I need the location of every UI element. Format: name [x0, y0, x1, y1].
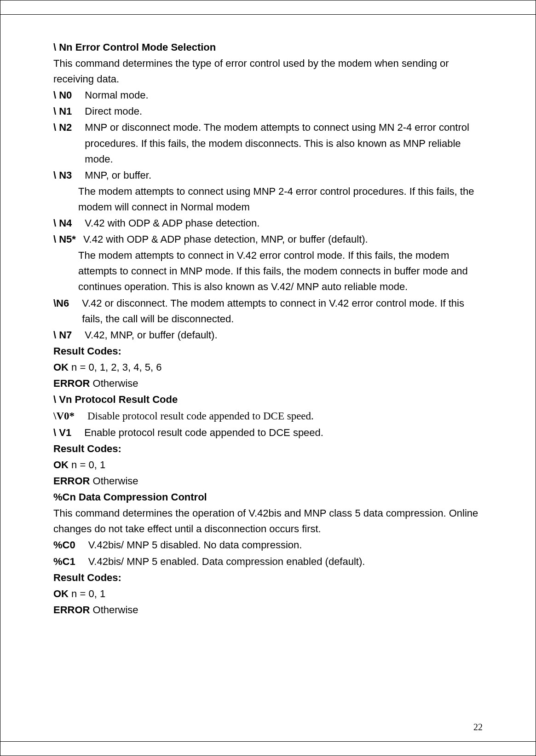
n1-item: \ N1 Direct mode. — [53, 104, 483, 119]
section2-error: ERROR Otherwise — [53, 473, 483, 489]
section1-ok: OK n = 0, 1, 2, 3, 4, 5, 6 — [53, 360, 483, 375]
content-area: \ Nn Error Control Mode Selection This c… — [53, 40, 483, 618]
section3-result-heading: Result Codes: — [53, 570, 483, 586]
section1-ok-text: n = 0, 1, 2, 3, 4, 5, 6 — [69, 361, 161, 373]
section3-error-text: Otherwise — [90, 604, 138, 616]
section2-result-heading: Result Codes: — [53, 441, 483, 457]
n7-item: \ N7 V.42, MNP, or buffer (default). — [53, 327, 483, 343]
bottom-rule — [0, 741, 536, 742]
v0-item: \V0* Disable protocol result code append… — [53, 408, 483, 425]
c1-text: V.42bis/ MNP 5 enabled. Data compression… — [88, 554, 483, 570]
v1-label: \ V1 — [53, 425, 71, 441]
n4-label: \ N4 — [53, 215, 72, 231]
n7-text: V.42, MNP, or buffer (default). — [85, 327, 483, 343]
n5-label: \ N5* — [53, 232, 76, 247]
v0-text: Disable protocol result code appended to… — [87, 408, 483, 425]
section1-error: ERROR Otherwise — [53, 376, 483, 391]
c1-item: %C1 V.42bis/ MNP 5 enabled. Data compres… — [53, 554, 483, 570]
n5-text: V.42 with ODP & ADP phase detection, MNP… — [83, 232, 483, 247]
section3-title: %Cn Data Compression Control — [53, 489, 483, 505]
n0-item: \ N0 Normal mode. — [53, 87, 483, 103]
c0-item: %C0 V.42bis/ MNP 5 disabled. No data com… — [53, 537, 483, 553]
n3-item: \ N3 MNP, or buffer. — [53, 168, 483, 183]
v1-text: Enable protocol result code appended to … — [84, 425, 483, 441]
section2-ok-text: n = 0, 1 — [69, 459, 105, 471]
n3-text: MNP, or buffer. — [85, 168, 483, 183]
section2-error-text: Otherwise — [90, 475, 138, 487]
section2-ok: OK n = 0, 1 — [53, 457, 483, 473]
n6-label: \N6 — [53, 296, 69, 327]
n5-extra: The modem attempts to connect in V.42 er… — [53, 248, 483, 295]
n2-label: \ N2 — [53, 120, 72, 167]
n3-extra: The modem attempts to connect using MNP … — [53, 184, 483, 215]
n4-item: \ N4 V.42 with ODP & ADP phase detection… — [53, 215, 483, 231]
c1-label: %C1 — [53, 554, 75, 570]
section1-title: \ Nn Error Control Mode Selection — [53, 40, 483, 55]
v1-item: \ V1 Enable protocol result code appende… — [53, 425, 483, 441]
c0-label: %C0 — [53, 537, 75, 553]
section3-ok-text: n = 0, 1 — [69, 588, 105, 599]
section3-ok-label: OK — [53, 588, 69, 599]
n6-item: \N6 V.42 or disconnect. The modem attemp… — [53, 296, 483, 327]
n2-item: \ N2 MNP or disconnect mode. The modem a… — [53, 120, 483, 167]
n3-label: \ N3 — [53, 168, 72, 183]
c0-text: V.42bis/ MNP 5 disabled. No data compres… — [88, 537, 483, 553]
top-rule — [0, 14, 536, 15]
n2-text: MNP or disconnect mode. The modem attemp… — [85, 120, 483, 167]
n7-label: \ N7 — [53, 327, 72, 343]
n5-item: \ N5* V.42 with ODP & ADP phase detectio… — [53, 232, 483, 247]
n1-text: Direct mode. — [85, 104, 483, 119]
section1-intro: This command determines the type of erro… — [53, 56, 483, 87]
n6-text: V.42 or disconnect. The modem attempts t… — [82, 296, 483, 327]
page-container: \ Nn Error Control Mode Selection This c… — [0, 0, 536, 756]
section2-title: \ Vn Protocol Result Code — [53, 392, 483, 407]
section1-error-text: Otherwise — [90, 378, 138, 389]
n4-text: V.42 with ODP & ADP phase detection. — [85, 215, 483, 231]
section2-ok-label: OK — [53, 459, 69, 471]
section3-ok: OK n = 0, 1 — [53, 586, 483, 602]
page-number: 22 — [473, 722, 483, 733]
section1-result-heading: Result Codes: — [53, 343, 483, 359]
section3-intro: This command determines the operation of… — [53, 506, 483, 537]
section2-error-label: ERROR — [53, 475, 90, 487]
n0-text: Normal mode. — [85, 87, 483, 103]
section1-ok-label: OK — [53, 361, 69, 373]
n1-label: \ N1 — [53, 104, 72, 119]
section3-error-label: ERROR — [53, 604, 90, 616]
v0-label: \V0* — [53, 408, 75, 425]
section3-error: ERROR Otherwise — [53, 602, 483, 618]
n0-label: \ N0 — [53, 87, 72, 103]
section1-error-label: ERROR — [53, 378, 90, 389]
